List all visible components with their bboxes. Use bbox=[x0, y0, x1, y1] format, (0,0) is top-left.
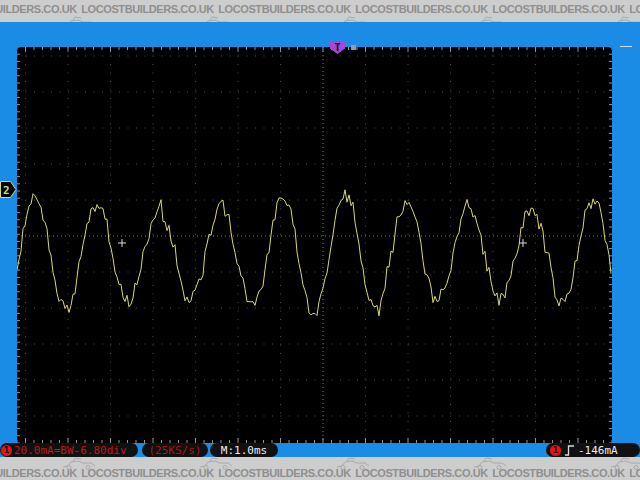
oscilloscope-screenshot: LOCOSTBUILDERS.CO.UKLOCOSTBUILDERS.CO.UK… bbox=[0, 0, 640, 480]
car-doodle-icon bbox=[609, 457, 640, 470]
scope-display: 2 T bbox=[17, 47, 612, 443]
sample-rate-readout: (25KS/s) bbox=[142, 443, 208, 457]
car-doodle-icon bbox=[472, 457, 508, 470]
scope-header-bar: owon Stop T 240.0us bbox=[0, 22, 640, 47]
timebase-readout: M:1.0ms bbox=[210, 443, 278, 457]
watermark-text: LOCOSTBUILDERS.CO.UK bbox=[627, 3, 640, 15]
scope-status-bar: 1 20.0mA=BW-6.80div (25KS/s) M:1.0ms 1 -… bbox=[0, 443, 640, 457]
watermark-text: LOCOSTBUILDERS.CO.UK bbox=[490, 3, 627, 15]
channel-trace bbox=[17, 190, 611, 316]
chrome-left bbox=[0, 47, 17, 443]
car-doodle-icon bbox=[198, 457, 234, 470]
channel2-position-marker[interactable]: 2 bbox=[0, 181, 17, 199]
channel1-settings-readout: 1 20.0mA=BW-6.80div bbox=[0, 443, 138, 457]
trigger-source-badge-icon: 1 bbox=[550, 445, 561, 456]
watermark-text: LOCOSTBUILDERS.CO.UK bbox=[216, 3, 353, 15]
rising-edge-icon bbox=[565, 445, 574, 456]
car-doodle-icon bbox=[61, 457, 97, 470]
trigger-level-readout: 1 -146mA bbox=[546, 443, 640, 457]
channel1-badge-icon: 1 bbox=[1, 445, 12, 456]
watermark-text: LOCOSTBUILDERS.CO.UK bbox=[0, 3, 79, 15]
channel1-scale-text: 20.0mA=BW-6.80div bbox=[14, 444, 127, 457]
watermark-band-bottom: LOCOSTBUILDERS.CO.UKLOCOSTBUILDERS.CO.UK… bbox=[0, 457, 640, 480]
chrome-right bbox=[612, 47, 640, 443]
waveform-plot bbox=[17, 47, 612, 443]
watermark-doodle-row bbox=[10, 457, 640, 470]
trigger-level-text: -146mA bbox=[578, 444, 618, 457]
watermark-text-row: LOCOSTBUILDERS.CO.UKLOCOSTBUILDERS.CO.UK… bbox=[0, 3, 640, 15]
marker-dot-icon bbox=[351, 45, 356, 50]
sample-rate-text: (25KS/s) bbox=[149, 444, 202, 457]
watermark-text: LOCOSTBUILDERS.CO.UK bbox=[353, 3, 490, 15]
channel2-label: 2 bbox=[3, 184, 10, 197]
watermark-band-top: LOCOSTBUILDERS.CO.UKLOCOSTBUILDERS.CO.UK… bbox=[0, 0, 640, 22]
timebase-text: M:1.0ms bbox=[221, 444, 267, 457]
watermark-text: LOCOSTBUILDERS.CO.UK bbox=[79, 3, 216, 15]
car-doodle-icon bbox=[335, 457, 371, 470]
